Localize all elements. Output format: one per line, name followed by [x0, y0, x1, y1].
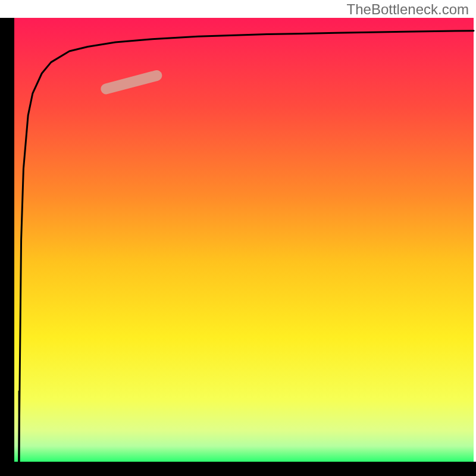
bottleneck-chart — [0, 0, 476, 476]
chart-container: TheBottleneck.com — [0, 0, 476, 476]
gradient-background — [14, 18, 474, 462]
y-axis — [0, 18, 14, 476]
x-axis — [0, 462, 476, 476]
